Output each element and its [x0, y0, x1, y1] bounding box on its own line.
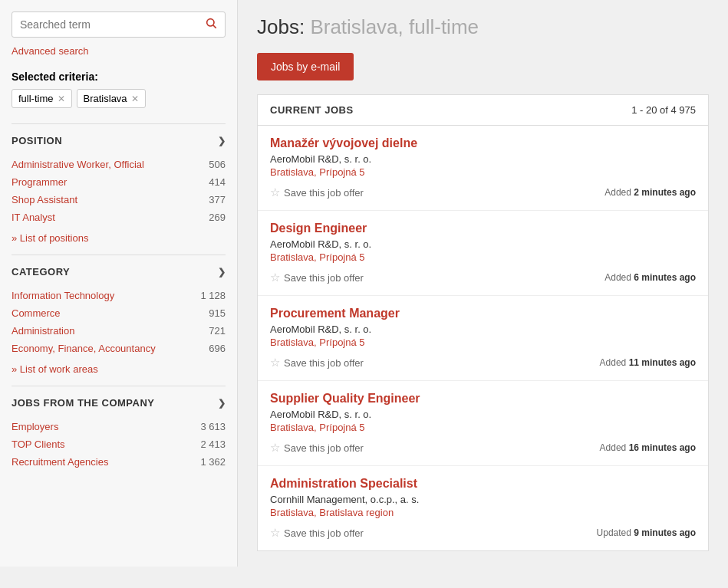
- job-added-prefix-1: Added: [604, 187, 631, 198]
- company-item-recruitment: Recruitment Agencies 1 362: [12, 453, 226, 471]
- job-item-3: Procurement Manager AeroMobil R&D, s. r.…: [258, 296, 708, 381]
- star-icon-1: ☆: [270, 186, 280, 199]
- category-item-administration: Administration 721: [12, 322, 226, 340]
- job-location-1: Bratislava, Prípojná 5: [270, 166, 696, 178]
- job-company-4: AeroMobil R&D, s. r. o.: [270, 409, 696, 420]
- company-section-header[interactable]: JOBS FROM THE COMPANY ❯: [12, 397, 226, 409]
- category-item-economy: Economy, Finance, Accountancy 696: [12, 340, 226, 357]
- category-link-it[interactable]: Information Technology: [12, 290, 114, 301]
- save-offer-label-4: Save this job offer: [284, 442, 364, 454]
- list-of-positions-link[interactable]: » List of positions: [12, 232, 226, 244]
- star-icon-5: ☆: [270, 526, 280, 540]
- job-title-3[interactable]: Procurement Manager: [270, 307, 696, 320]
- jobs-count: 1 - 20 of 4 975: [631, 104, 696, 116]
- svg-line-1: [213, 25, 216, 28]
- star-icon-4: ☆: [270, 441, 280, 455]
- company-item-top-clients: TOP Clients 2 413: [12, 435, 226, 453]
- job-footer-3: ☆ Save this job offer Added 11 minutes a…: [270, 356, 696, 370]
- tag-fulltime: full-time ✕: [12, 89, 72, 108]
- jobs-by-email-button[interactable]: Jobs by e-mail: [257, 53, 354, 80]
- job-footer-2: ☆ Save this job offer Added 6 minutes ag…: [270, 271, 696, 284]
- save-offer-1[interactable]: ☆ Save this job offer: [270, 186, 364, 199]
- position-section: POSITION ❯ Administrative Worker, Offici…: [12, 123, 226, 255]
- job-added-prefix-2: Added: [604, 272, 631, 283]
- tag-bratislava: Bratislava ✕: [77, 89, 146, 108]
- job-footer-1: ☆ Save this job offer Added 2 minutes ag…: [270, 186, 696, 199]
- category-section: CATEGORY ❯ Information Technology 1 128 …: [12, 255, 226, 386]
- category-link-economy[interactable]: Economy, Finance, Accountancy: [12, 343, 156, 354]
- job-footer-4: ☆ Save this job offer Added 16 minutes a…: [270, 441, 696, 455]
- category-count-commerce: 915: [209, 307, 226, 319]
- company-item-employers: Employers 3 613: [12, 418, 226, 435]
- search-button[interactable]: [197, 12, 225, 37]
- category-count-it: 1 128: [200, 290, 226, 301]
- job-added-time-2: 6 minutes ago: [634, 272, 696, 283]
- star-icon-3: ☆: [270, 356, 280, 370]
- list-of-work-areas-link[interactable]: » List of work areas: [12, 363, 226, 375]
- save-offer-3[interactable]: ☆ Save this job offer: [270, 356, 364, 370]
- job-title-2[interactable]: Design Engineer: [270, 222, 696, 235]
- category-count-economy: 696: [209, 343, 226, 354]
- selected-criteria-section: Selected criteria: full-time ✕ Bratislav…: [12, 71, 226, 108]
- category-chevron-icon: ❯: [218, 267, 226, 278]
- category-link-administration[interactable]: Administration: [12, 325, 74, 337]
- category-section-title: CATEGORY: [12, 266, 70, 278]
- main-content: Jobs: Bratislava, full-time Jobs by e-ma…: [238, 0, 728, 567]
- company-link-top-clients[interactable]: TOP Clients: [12, 439, 65, 450]
- tag-label: Bratislava: [84, 93, 127, 104]
- job-title-5[interactable]: Administration Specialist: [270, 477, 696, 491]
- page-title-prefix: Jobs:: [257, 15, 305, 38]
- job-location-3: Bratislava, Prípojná 5: [270, 337, 696, 348]
- position-item-shop-assistant: Shop Assistant 377: [12, 191, 226, 209]
- search-input[interactable]: [12, 12, 197, 37]
- job-location-2: Bratislava, Prípojná 5: [270, 251, 696, 263]
- category-count-administration: 721: [209, 325, 226, 337]
- company-link-employers[interactable]: Employers: [12, 421, 58, 432]
- position-link-admin-worker[interactable]: Administrative Worker, Official: [12, 159, 144, 170]
- company-link-recruitment[interactable]: Recruitment Agencies: [12, 456, 108, 468]
- job-item-4: Supplier Quality Engineer AeroMobil R&D,…: [258, 381, 708, 466]
- job-added-time-1: 2 minutes ago: [634, 187, 696, 198]
- job-added-prefix-3: Added: [600, 357, 627, 368]
- svg-point-0: [207, 19, 214, 26]
- save-offer-4[interactable]: ☆ Save this job offer: [270, 441, 364, 455]
- advanced-search-link[interactable]: Advanced search: [12, 45, 226, 57]
- job-title-4[interactable]: Supplier Quality Engineer: [270, 392, 696, 406]
- position-section-header[interactable]: POSITION ❯: [12, 135, 226, 146]
- position-count-shop-assistant: 377: [209, 194, 226, 205]
- position-item-admin-worker: Administrative Worker, Official 506: [12, 156, 226, 173]
- company-count-employers: 3 613: [200, 421, 226, 432]
- save-offer-label-3: Save this job offer: [284, 357, 364, 369]
- position-link-it-analyst[interactable]: IT Analyst: [12, 212, 55, 223]
- job-item-1: Manažér vývojovej dielne AeroMobil R&D, …: [258, 126, 708, 211]
- job-company-3: AeroMobil R&D, s. r. o.: [270, 324, 696, 335]
- position-section-title: POSITION: [12, 135, 62, 146]
- position-link-programmer[interactable]: Programmer: [12, 176, 67, 188]
- category-item-commerce: Commerce 915: [12, 304, 226, 322]
- tag-label: full-time: [18, 93, 54, 104]
- job-added-time-4: 16 minutes ago: [629, 442, 696, 453]
- job-added-prefix-4: Added: [600, 442, 627, 453]
- job-company-5: Cornhill Management, o.c.p., a. s.: [270, 494, 696, 505]
- company-section-title: JOBS FROM THE COMPANY: [12, 397, 155, 409]
- category-link-commerce[interactable]: Commerce: [12, 307, 61, 319]
- save-offer-2[interactable]: ☆ Save this job offer: [270, 271, 364, 284]
- position-count-admin-worker: 506: [209, 159, 226, 170]
- position-link-shop-assistant[interactable]: Shop Assistant: [12, 194, 77, 205]
- position-count-it-analyst: 269: [209, 212, 226, 223]
- save-offer-5[interactable]: ☆ Save this job offer: [270, 526, 364, 540]
- jobs-panel: CURRENT JOBS 1 - 20 of 4 975 Manažér výv…: [257, 94, 709, 551]
- tag-close-fulltime[interactable]: ✕: [58, 94, 65, 104]
- job-company-1: AeroMobil R&D, s. r. o.: [270, 153, 696, 165]
- job-company-2: AeroMobil R&D, s. r. o.: [270, 238, 696, 250]
- job-title-1[interactable]: Manažér vývojovej dielne: [270, 136, 696, 150]
- position-chevron-icon: ❯: [218, 136, 226, 146]
- tag-close-bratislava[interactable]: ✕: [131, 94, 139, 104]
- sidebar: Advanced search Selected criteria: full-…: [0, 0, 238, 567]
- category-section-header[interactable]: CATEGORY ❯: [12, 266, 226, 278]
- job-item-2: Design Engineer AeroMobil R&D, s. r. o. …: [258, 211, 708, 296]
- search-box: [12, 11, 226, 38]
- category-item-it: Information Technology 1 128: [12, 287, 226, 304]
- company-chevron-icon: ❯: [218, 398, 226, 409]
- company-section: JOBS FROM THE COMPANY ❯ Employers 3 613 …: [12, 386, 226, 481]
